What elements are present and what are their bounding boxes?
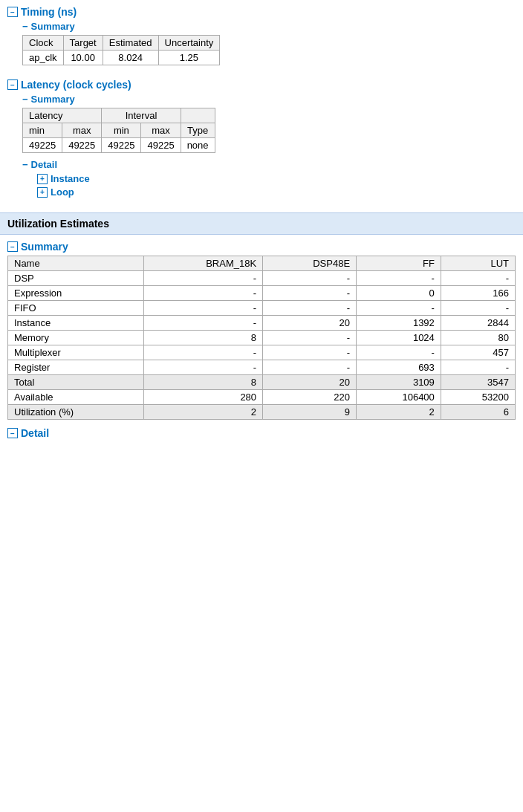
util-ff-memory: 1024: [357, 331, 441, 345]
latency-detail-toggle[interactable]: −: [22, 159, 28, 170]
instance-item[interactable]: + Instance: [37, 173, 516, 184]
util-bram-register: -: [144, 360, 263, 375]
util-detail-toggle[interactable]: −: [7, 428, 18, 438]
util-detail-label: Detail: [21, 427, 49, 439]
util-dsp-expr: -: [263, 286, 357, 301]
util-ff-expr: 0: [357, 286, 441, 301]
table-row: FIFO - - - -: [8, 301, 516, 316]
latency-col-max2: max: [141, 123, 181, 138]
util-lut-expr: 166: [441, 286, 515, 301]
util-lut-register: -: [441, 360, 515, 375]
util-ff-instance: 1392: [357, 316, 441, 331]
timing-cell-uncertainty: 1.25: [158, 51, 220, 65]
timing-cell-target: 10.00: [63, 51, 103, 65]
util-dsp-instance: 20: [263, 316, 357, 331]
timing-col-uncertainty: Uncertainty: [158, 36, 220, 51]
latency-col-interval: Interval: [102, 108, 181, 123]
util-detail-section: − Detail: [7, 427, 516, 439]
util-lut-fifo: -: [441, 301, 515, 316]
latency-cell-type: none: [181, 138, 215, 153]
latency-summary-header[interactable]: − Summary: [22, 94, 516, 105]
util-lut-mux: 457: [441, 345, 515, 360]
util-col-ff: FF: [357, 256, 441, 271]
util-ff-available: 106400: [357, 390, 441, 405]
timing-label: Timing (ns): [21, 6, 77, 18]
latency-col-type: Type: [181, 123, 215, 138]
timing-table: Clock Target Estimated Uncertainty ap_cl…: [22, 35, 220, 65]
util-summary-toggle[interactable]: −: [7, 241, 18, 252]
util-bram-dsp: -: [144, 271, 263, 286]
util-dsp-fifo: -: [263, 301, 357, 316]
util-lut-memory: 80: [441, 331, 515, 345]
util-col-lut: LUT: [441, 256, 515, 271]
timing-col-target: Target: [63, 36, 103, 51]
util-bram-fifo: -: [144, 301, 263, 316]
latency-cell-min1: 49225: [23, 138, 62, 153]
util-dsp-mux: -: [263, 345, 357, 360]
utilization-header: Utilization Estimates: [0, 212, 523, 235]
table-row: Register - - 693 -: [8, 360, 516, 375]
instance-toggle[interactable]: +: [37, 174, 48, 184]
timing-summary-subsection: − Summary Clock Target Estimated Uncerta…: [22, 21, 516, 65]
timing-col-estimated: Estimated: [103, 36, 158, 51]
table-row: DSP - - - -: [8, 271, 516, 286]
util-dsp-available: 220: [263, 390, 357, 405]
util-name-memory: Memory: [8, 331, 144, 345]
util-name-total: Total: [8, 375, 144, 390]
latency-detail-label: Detail: [31, 159, 57, 170]
utilization-section: − Summary Name BRAM_18K DSP48E FF LUT DS…: [0, 235, 523, 445]
latency-col-min1: min: [23, 123, 62, 138]
instance-label: Instance: [51, 173, 90, 184]
util-lut-instance: 2844: [441, 316, 515, 331]
util-bram-pct: 2: [144, 405, 263, 420]
util-name-mux: Multiplexer: [8, 345, 144, 360]
loop-label: Loop: [51, 186, 74, 198]
utilization-table: Name BRAM_18K DSP48E FF LUT DSP - - - - …: [7, 256, 516, 420]
util-name-dsp: DSP: [8, 271, 144, 286]
latency-label: Latency (clock cycles): [21, 79, 131, 91]
latency-cell-max2: 49225: [141, 138, 181, 153]
util-lut-pct: 6: [441, 405, 515, 420]
timing-summary-header[interactable]: − Summary: [22, 21, 516, 32]
util-ff-fifo: -: [357, 301, 441, 316]
loop-toggle[interactable]: +: [37, 187, 48, 198]
timing-summary-label: Summary: [31, 21, 75, 32]
utilization-header-label: Utilization Estimates: [7, 218, 109, 230]
util-col-bram: BRAM_18K: [144, 256, 263, 271]
util-bram-expr: -: [144, 286, 263, 301]
util-name-fifo: FIFO: [8, 301, 144, 316]
latency-summary-toggle[interactable]: −: [22, 94, 28, 105]
util-bram-available: 280: [144, 390, 263, 405]
latency-header[interactable]: − Latency (clock cycles): [7, 79, 516, 91]
latency-section: − Latency (clock cycles) − Summary Laten…: [0, 73, 523, 205]
total-row: Total 8 20 3109 3547: [8, 375, 516, 390]
util-lut-dsp: -: [441, 271, 515, 286]
latency-cell-min2: 49225: [102, 138, 141, 153]
util-bram-instance: -: [144, 316, 263, 331]
timing-header[interactable]: − Timing (ns): [7, 6, 516, 18]
latency-toggle[interactable]: −: [7, 79, 18, 90]
timing-summary-toggle[interactable]: −: [22, 21, 28, 32]
util-name-available: Available: [8, 390, 144, 405]
available-row: Available 280 220 106400 53200: [8, 390, 516, 405]
timing-section: − Timing (ns) − Summary Clock Target Est…: [0, 0, 523, 73]
loop-item[interactable]: + Loop: [37, 186, 516, 198]
latency-col-type-empty: [181, 108, 215, 123]
timing-toggle[interactable]: −: [7, 7, 18, 17]
util-detail-header[interactable]: − Detail: [7, 427, 516, 439]
timing-cell-clock: ap_clk: [23, 51, 64, 65]
latency-detail-header[interactable]: − Detail: [22, 159, 516, 170]
latency-detail-subsection: − Detail + Instance + Loop: [22, 159, 516, 198]
util-name-register: Register: [8, 360, 144, 375]
latency-summary-label: Summary: [31, 94, 75, 105]
util-summary-header[interactable]: − Summary: [7, 241, 516, 253]
latency-summary-subsection: − Summary Latency Interval min max min m…: [22, 94, 516, 198]
table-row: Expression - - 0 166: [8, 286, 516, 301]
util-ff-mux: -: [357, 345, 441, 360]
latency-col-max1: max: [62, 123, 102, 138]
util-bram-mux: -: [144, 345, 263, 360]
table-row: Instance - 20 1392 2844: [8, 316, 516, 331]
table-row: Memory 8 - 1024 80: [8, 331, 516, 345]
utilization-pct-row: Utilization (%) 2 9 2 6: [8, 405, 516, 420]
util-col-dsp: DSP48E: [263, 256, 357, 271]
